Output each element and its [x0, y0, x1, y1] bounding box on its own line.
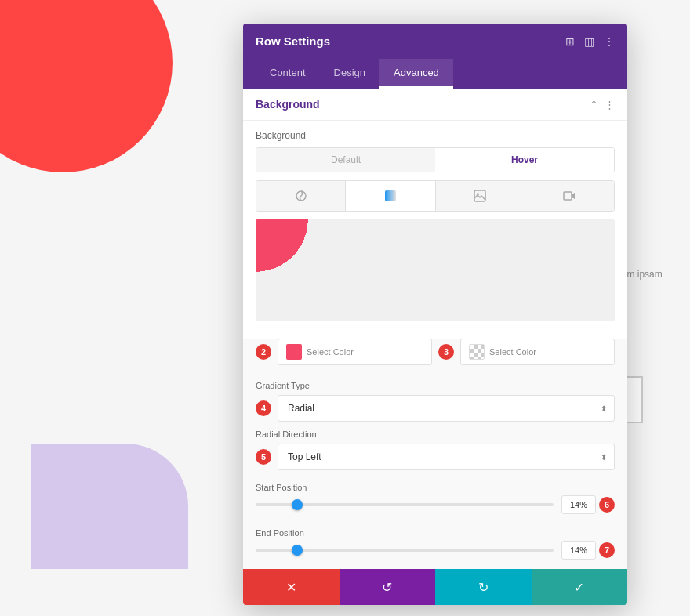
color2-picker[interactable]: Select Color [460, 339, 615, 365]
end-position-track [256, 549, 554, 552]
tab-design[interactable]: Design [320, 59, 380, 89]
svg-rect-4 [564, 192, 572, 200]
end-position-label: End Position [243, 524, 627, 541]
badge-3: 3 [438, 344, 454, 360]
bg-type-bar [256, 180, 615, 212]
background-label: Background [256, 130, 615, 141]
modal-footer: ✕ ↺ ↻ ✓ [243, 569, 627, 605]
radial-direction-label: Radial Direction [256, 429, 615, 439]
columns-icon[interactable]: ▥ [584, 35, 594, 48]
bg-type-image-btn[interactable] [436, 181, 525, 211]
start-position-track [256, 503, 554, 506]
section-header: Background ⌃ ⋮ [243, 89, 627, 121]
section-header-icons: ⌃ ⋮ [590, 99, 615, 111]
focus-icon[interactable]: ⊞ [565, 35, 575, 48]
color1-label: Select Color [307, 347, 354, 357]
modal-tabs: Content Design Advanced [243, 59, 627, 89]
badge-6: 6 [599, 497, 615, 513]
bg-shape-decoration [31, 444, 188, 569]
color1-picker[interactable]: Select Color [278, 339, 432, 365]
end-position-slider-row: 7 [243, 541, 627, 569]
tab-content[interactable]: Content [256, 59, 320, 89]
reset-button[interactable]: ↺ [340, 569, 436, 605]
save-button[interactable]: ✓ [532, 569, 628, 605]
color2-label: Select Color [489, 347, 536, 357]
cancel-button[interactable]: ✕ [243, 569, 340, 605]
end-position-thumb[interactable] [292, 545, 303, 556]
modal-body: Background ⌃ ⋮ Background Default Hover [243, 89, 627, 569]
badge-2: 2 [256, 344, 271, 360]
end-position-value: 7 [561, 541, 615, 560]
state-hover-btn[interactable]: Hover [435, 148, 614, 172]
start-position-slider-row: 6 [243, 495, 627, 524]
modal-header-icons: ⊞ ▥ ⋮ [565, 35, 615, 48]
gradient-type-select[interactable]: Radial Linear [278, 395, 615, 422]
state-toggle: Default Hover [256, 147, 615, 172]
color-row: 2 Select Color 3 Select Color [243, 339, 627, 371]
badge-4: 4 [256, 400, 271, 416]
color1-swatch [286, 344, 302, 360]
tab-advanced[interactable]: Advanced [380, 59, 453, 89]
bg-type-gradient-btn[interactable] [346, 181, 435, 211]
start-position-thumb[interactable] [292, 499, 303, 510]
start-position-label: Start Position [243, 478, 627, 495]
modal-title: Row Settings [256, 34, 330, 48]
background-section: Background Default Hover [243, 121, 627, 339]
badge-5: 5 [256, 449, 271, 465]
gradient-preview [256, 219, 615, 321]
color2-swatch [469, 344, 485, 360]
gradient-type-group: Gradient Type 4 Radial Linear ⬍ [243, 381, 627, 429]
state-default-btn[interactable]: Default [256, 148, 435, 172]
modal-header: Row Settings ⊞ ▥ ⋮ [243, 24, 627, 59]
gradient-preview-visual [256, 219, 615, 321]
gradient-type-label: Gradient Type [256, 381, 615, 390]
start-position-input[interactable] [561, 495, 596, 514]
start-position-group: Start Position 6 [243, 478, 627, 524]
radial-direction-select[interactable]: Top Left Top Center Top Right Center Lef… [278, 444, 615, 470]
bg-type-video-btn[interactable] [525, 181, 614, 211]
end-position-input[interactable] [561, 541, 596, 560]
end-position-group: End Position 7 [243, 524, 627, 569]
radial-direction-group: Radial Direction 5 Top Left Top Center T… [243, 429, 627, 478]
section-title: Background [256, 98, 320, 111]
row-settings-modal: Row Settings ⊞ ▥ ⋮ Content Design Advanc… [243, 24, 627, 605]
start-position-value: 6 [561, 495, 615, 514]
more-icon[interactable]: ⋮ [604, 35, 615, 48]
redo-button[interactable]: ↻ [435, 569, 532, 605]
svg-rect-1 [385, 190, 396, 201]
badge-7: 7 [599, 542, 615, 558]
bg-type-color-btn[interactable] [256, 181, 346, 211]
collapse-icon[interactable]: ⌃ [590, 99, 598, 111]
section-more-icon[interactable]: ⋮ [605, 99, 615, 111]
